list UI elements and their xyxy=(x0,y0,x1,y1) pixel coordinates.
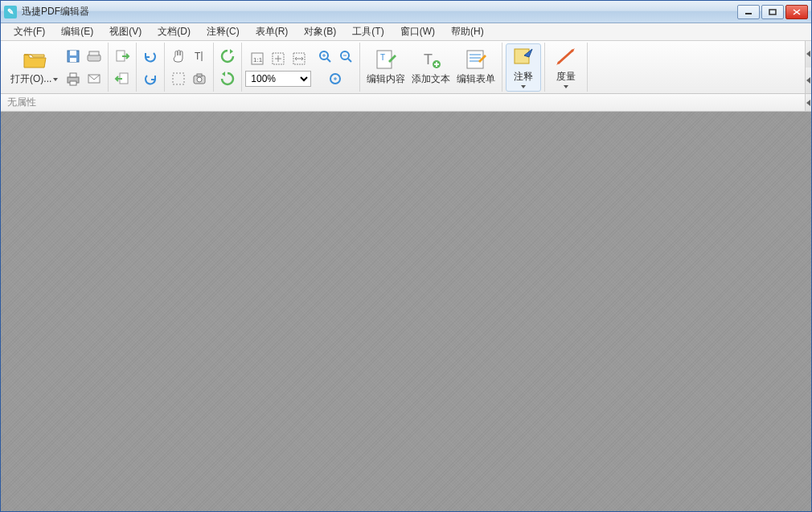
properties-none-label: 无属性 xyxy=(7,96,36,109)
print-button[interactable] xyxy=(63,68,84,89)
add-text-label: 添加文本 xyxy=(412,72,450,86)
toolbar-group-history xyxy=(137,43,165,92)
app-window: ✎ 迅捷PDF编辑器 文件(F) 编辑(E) 视图(V) 文档(D) 注释(C)… xyxy=(0,0,812,512)
menu-document[interactable]: 文档(D) xyxy=(150,23,199,40)
annotation-button[interactable]: 注释 xyxy=(506,43,541,92)
actual-size-icon: 1:1 xyxy=(249,51,265,67)
zoom-in-button[interactable] xyxy=(314,46,335,67)
propbar-collapse-handle[interactable] xyxy=(805,94,811,111)
svg-text:T: T xyxy=(380,53,385,62)
import-button[interactable] xyxy=(112,68,133,89)
app-icon: ✎ xyxy=(4,6,17,18)
menu-file[interactable]: 文件(F) xyxy=(6,23,53,40)
zoom-out-button[interactable] xyxy=(335,46,356,67)
maximize-button[interactable] xyxy=(761,5,784,19)
toolbar-group-edit: T 编辑内容 T 添加文本 编辑表单 xyxy=(360,43,502,92)
zoom-in-icon xyxy=(317,48,333,64)
zoom-select[interactable]: 100% xyxy=(245,71,311,87)
open-label: 打开(O)... xyxy=(10,72,51,86)
redo-icon xyxy=(142,71,158,87)
zoom-out-icon xyxy=(338,48,354,64)
text-select-icon: T xyxy=(191,48,207,64)
hand-tool-button[interactable] xyxy=(168,46,189,67)
snapshot-button[interactable] xyxy=(189,68,210,89)
scan-button[interactable] xyxy=(84,46,105,67)
menu-edit[interactable]: 编辑(E) xyxy=(53,23,101,40)
annotation-icon xyxy=(511,46,535,68)
export-icon xyxy=(114,48,130,64)
toolbar-collapse-bottom[interactable] xyxy=(805,68,811,94)
menu-help[interactable]: 帮助(H) xyxy=(443,23,492,40)
toolbar-group-convert xyxy=(109,43,137,92)
minimize-icon xyxy=(744,9,753,15)
text-select-button[interactable]: T xyxy=(189,46,210,67)
edit-content-icon: T xyxy=(374,48,398,71)
measure-label: 度量 xyxy=(556,70,576,84)
add-text-button[interactable]: T 添加文本 xyxy=(408,43,453,92)
zoom-marquee-icon xyxy=(327,71,343,87)
close-button[interactable] xyxy=(785,5,808,19)
toolbar: 打开(O)... xyxy=(1,41,811,94)
folder-open-icon xyxy=(22,48,47,71)
chevron-down-icon xyxy=(521,85,526,88)
mail-button[interactable] xyxy=(84,68,105,89)
menu-tools[interactable]: 工具(T) xyxy=(344,23,392,40)
open-button[interactable]: 打开(O)... xyxy=(7,43,61,92)
rotate-ccw-button[interactable] xyxy=(217,46,238,67)
svg-rect-11 xyxy=(70,81,76,85)
import-icon xyxy=(114,71,130,87)
svg-rect-10 xyxy=(70,73,76,77)
svg-text:T: T xyxy=(424,51,433,68)
measure-icon xyxy=(554,46,578,68)
undo-icon xyxy=(142,48,158,64)
edit-form-button[interactable]: 编辑表单 xyxy=(453,43,498,92)
printer-icon xyxy=(65,71,81,87)
toolbar-collapse-handles xyxy=(805,41,811,93)
toolbar-group-zoom: 1:1 100% xyxy=(242,43,360,92)
close-icon xyxy=(793,9,801,15)
fit-width-icon xyxy=(291,51,307,67)
marquee-select-button[interactable] xyxy=(168,68,189,89)
scanner-icon xyxy=(86,48,102,64)
measure-button[interactable]: 度量 xyxy=(548,43,584,92)
svg-rect-17 xyxy=(173,73,184,84)
toolbar-group-measure: 度量 xyxy=(545,43,588,92)
menu-form[interactable]: 表单(R) xyxy=(248,23,297,40)
fit-width-button[interactable] xyxy=(289,48,310,69)
svg-text:T: T xyxy=(195,51,201,62)
svg-rect-20 xyxy=(197,74,202,76)
chevron-down-icon xyxy=(53,78,58,81)
titlebar: ✎ 迅捷PDF编辑器 xyxy=(1,1,811,23)
camera-icon xyxy=(191,71,207,87)
hand-icon xyxy=(170,48,187,64)
svg-line-30 xyxy=(348,59,351,62)
menu-object[interactable]: 对象(B) xyxy=(296,23,344,40)
workspace-canvas[interactable] xyxy=(1,112,811,511)
fit-page-button[interactable] xyxy=(268,48,289,69)
zoom-marquee-button[interactable] xyxy=(325,68,346,89)
menu-view[interactable]: 视图(V) xyxy=(101,23,150,40)
menu-window[interactable]: 窗口(W) xyxy=(392,23,443,40)
svg-rect-8 xyxy=(89,51,99,55)
window-title: 迅捷PDF编辑器 xyxy=(22,5,737,18)
menubar: 文件(F) 编辑(E) 视图(V) 文档(D) 注释(C) 表单(R) 对象(B… xyxy=(1,23,811,41)
save-button[interactable] xyxy=(63,46,84,67)
undo-button[interactable] xyxy=(140,46,161,67)
edit-form-label: 编辑表单 xyxy=(457,72,495,86)
fit-page-icon xyxy=(270,51,286,67)
toolbar-collapse-top[interactable] xyxy=(805,41,811,68)
redo-button[interactable] xyxy=(140,68,161,89)
rotate-ccw-icon xyxy=(219,47,236,65)
rotate-cw-button[interactable] xyxy=(217,68,238,89)
svg-rect-5 xyxy=(70,51,76,55)
chevron-down-icon xyxy=(564,85,568,88)
edit-content-button[interactable]: T 编辑内容 xyxy=(363,43,408,92)
annotation-label: 注释 xyxy=(514,70,533,84)
actual-size-button[interactable]: 1:1 xyxy=(247,48,268,69)
svg-line-46 xyxy=(558,50,573,63)
minimize-button[interactable] xyxy=(737,5,760,19)
export-button[interactable] xyxy=(112,46,133,67)
menu-annotation[interactable]: 注释(C) xyxy=(199,23,248,40)
marquee-icon xyxy=(170,71,187,87)
window-buttons xyxy=(737,5,808,19)
